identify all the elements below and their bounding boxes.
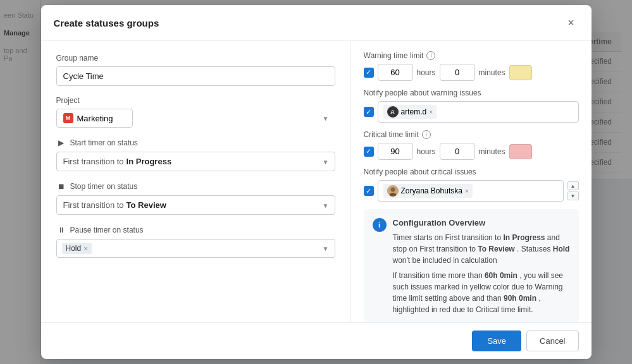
hold-tag-label: Hold: [66, 244, 82, 253]
critical-time-label: Critical time limit: [364, 130, 419, 139]
stop-timer-select[interactable]: First transition to To Review: [56, 195, 335, 215]
critical-user-name: Zoryana Bohutska: [401, 186, 462, 195]
warning-info-icon[interactable]: i: [426, 51, 435, 60]
warning-color-swatch[interactable]: [509, 65, 532, 80]
pause-timer-icon: ⏸: [56, 225, 66, 235]
warning-user-name: artem.d: [401, 107, 427, 116]
modal-body: Group name Project M Marketing ▼: [41, 41, 592, 322]
modal-overlay: Create statuses groups × Group name Proj…: [0, 0, 632, 364]
warning-time-label: Warning time limit: [364, 51, 424, 60]
project-value: Marketing: [77, 114, 113, 123]
config-info-icon: i: [373, 218, 387, 232]
pause-timer-label: Pause timer on status: [70, 226, 144, 234]
warning-user-remove[interactable]: ×: [429, 109, 433, 116]
group-name-label: Group name: [56, 54, 335, 63]
start-timer-label: Start timer on status: [70, 138, 138, 147]
save-button[interactable]: Save: [472, 331, 521, 351]
critical-color-swatch[interactable]: [509, 144, 532, 159]
group-name-group: Group name: [56, 54, 335, 86]
modal-right-panel: Warning time limit i ✓ hours minutes Not…: [351, 41, 592, 322]
group-name-input[interactable]: [56, 66, 335, 86]
project-select[interactable]: M Marketing: [56, 109, 133, 128]
notify-warning-label-row: Notify people about warning issues: [364, 88, 579, 97]
config-title: Configuration Overview: [393, 217, 570, 229]
critical-user-avatar: [387, 185, 399, 197]
stop-timer-prefix: First transition to: [63, 200, 124, 210]
svg-point-1: [390, 188, 395, 192]
cancel-button[interactable]: Cancel: [526, 331, 578, 351]
critical-info-icon[interactable]: i: [422, 130, 431, 139]
create-statuses-modal: Create statuses groups × Group name Proj…: [41, 5, 592, 359]
warning-time-row: ✓ hours minutes: [364, 64, 579, 81]
critical-user-tag: Zoryana Bohutska ×: [383, 184, 473, 198]
critical-hours-label: hours: [417, 147, 436, 156]
start-timer-label-row: ▶ Start timer on status: [56, 138, 335, 148]
stop-timer-label-row: ⏹ Stop timer on status: [56, 181, 335, 191]
notify-warning-checkbox[interactable]: ✓: [364, 107, 374, 117]
close-button[interactable]: ×: [564, 15, 579, 30]
notify-critical-row: ✓ Zoryana Bohutska × ▲ ▼: [364, 180, 579, 202]
modal-header: Create statuses groups ×: [41, 5, 592, 41]
notify-critical-checkbox[interactable]: ✓: [364, 186, 374, 196]
critical-time-row: ✓ hours minutes: [364, 143, 579, 160]
notify-critical-label: Notify people about critical issues: [364, 167, 476, 176]
modal-title: Create statuses groups: [54, 18, 159, 28]
project-label: Project: [56, 96, 335, 105]
critical-label-row: Critical time limit i: [364, 130, 579, 139]
start-timer-select[interactable]: First transition to In Progress: [56, 152, 335, 171]
stop-timer-label: Stop timer on status: [70, 182, 138, 191]
stop-timer-group: ⏹ Stop timer on status First transition …: [56, 181, 335, 215]
project-chevron-icon: ▼: [323, 115, 329, 122]
config-bold3: Hold: [553, 245, 570, 253]
critical-user-remove[interactable]: ×: [465, 188, 469, 195]
config-text: Configuration Overview Timer starts on F…: [393, 217, 570, 315]
config-bold2: To Review: [478, 245, 514, 253]
config-line2: If transition time more than 60h 0min , …: [393, 270, 570, 315]
hold-tag: Hold ×: [62, 243, 92, 254]
pause-timer-select-wrapper: Hold × ▼: [56, 239, 335, 258]
start-timer-bold-value: In Progress: [127, 157, 172, 166]
stop-timer-bold-value: To Review: [127, 200, 166, 210]
critical-hours-input[interactable]: [378, 143, 413, 160]
warning-minutes-label: minutes: [479, 68, 505, 77]
project-select-wrapper: M Marketing ▼: [56, 109, 335, 128]
notify-warning-row: ✓ A artem.d ×: [364, 101, 579, 123]
warning-hours-input[interactable]: [378, 64, 413, 81]
config-bold1: In Progress: [503, 233, 545, 242]
config-overview: i Configuration Overview Timer starts on…: [364, 209, 579, 322]
critical-checkbox[interactable]: ✓: [364, 147, 374, 157]
config-bold5: 90h 0min: [504, 294, 536, 303]
stop-timer-select-wrapper: First transition to To Review ▼: [56, 195, 335, 215]
pause-timer-select[interactable]: Hold ×: [56, 239, 335, 258]
notify-critical-input[interactable]: Zoryana Bohutska ×: [378, 180, 564, 202]
hold-tag-remove[interactable]: ×: [84, 245, 87, 252]
project-icon: M: [63, 113, 73, 123]
modal-footer: Save Cancel: [41, 322, 592, 359]
start-timer-group: ▶ Start timer on status First transition…: [56, 138, 335, 171]
start-timer-prefix: First transition to: [63, 157, 124, 166]
warning-minutes-input[interactable]: [440, 64, 475, 81]
start-timer-select-wrapper: First transition to In Progress ▼: [56, 152, 335, 171]
stop-timer-icon: ⏹: [56, 181, 66, 191]
start-timer-icon: ▶: [56, 138, 66, 148]
notify-warning-input[interactable]: A artem.d ×: [378, 101, 579, 123]
warning-user-tag: A artem.d ×: [383, 105, 437, 119]
warning-user-avatar: A: [387, 106, 399, 118]
config-line1: Timer starts on First transition to In P…: [393, 232, 570, 266]
critical-minutes-label: minutes: [479, 147, 505, 156]
scroll-down-button[interactable]: ▼: [567, 191, 579, 200]
warning-checkbox[interactable]: ✓: [364, 68, 374, 78]
warning-hours-label: hours: [417, 68, 436, 77]
warning-label-row: Warning time limit i: [364, 51, 579, 60]
notify-critical-label-row: Notify people about critical issues: [364, 167, 579, 176]
modal-left-panel: Group name Project M Marketing ▼: [41, 41, 351, 322]
scroll-buttons: ▲ ▼: [567, 181, 579, 200]
pause-timer-group: ⏸ Pause timer on status Hold × ▼: [56, 225, 335, 258]
critical-minutes-input[interactable]: [440, 143, 475, 160]
pause-timer-label-row: ⏸ Pause timer on status: [56, 225, 335, 235]
config-bold4: 60h 0min: [485, 271, 517, 280]
scroll-up-button[interactable]: ▲: [567, 181, 579, 190]
notify-warning-label: Notify people about warning issues: [364, 88, 481, 97]
project-group: Project M Marketing ▼: [56, 96, 335, 128]
